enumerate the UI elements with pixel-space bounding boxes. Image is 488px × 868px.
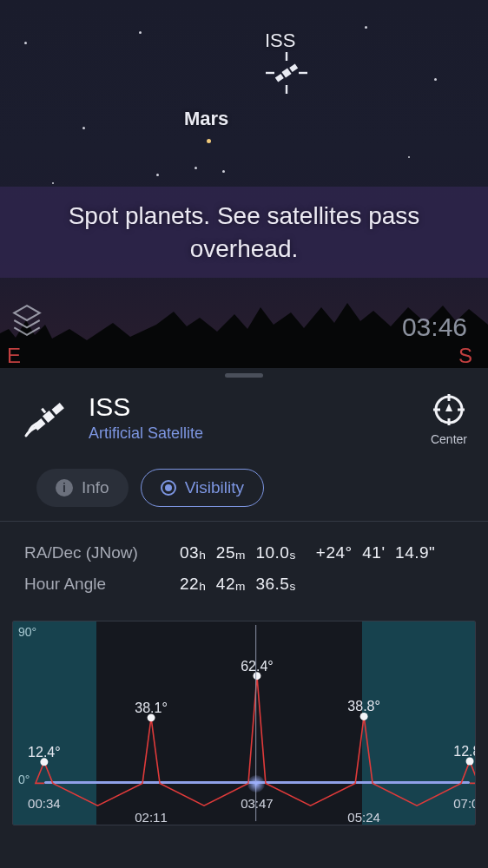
chart-xtick: 03:47: [241, 796, 274, 811]
chart-svg: [13, 621, 475, 825]
chart-peak-label: 38.1°: [135, 700, 168, 716]
sheet-drag-handle[interactable]: [225, 373, 263, 378]
ra-dec-value: 03h 25m 10.0s +24° 41' 14.9": [180, 537, 435, 569]
compass-east: E: [7, 344, 21, 368]
star: [82, 127, 85, 129]
info-icon: i: [56, 479, 73, 496]
star: [365, 26, 367, 29]
star: [52, 182, 54, 184]
divider: [0, 521, 488, 522]
chart-xtick: 05:24: [347, 810, 380, 825]
coordinates-block: RA/Dec (JNow) 03h 25m 10.0s +24° 41' 14.…: [0, 537, 488, 600]
tab-visibility[interactable]: Visibility: [141, 469, 264, 507]
svg-marker-17: [445, 404, 452, 411]
sheet-header: ISS Artificial Satellite Center: [0, 368, 488, 457]
tab-info[interactable]: i Info: [36, 469, 129, 507]
svg-rect-10: [52, 403, 64, 415]
sky-clock[interactable]: 03:46: [402, 312, 467, 342]
star: [156, 174, 159, 176]
center-button-label: Center: [431, 432, 467, 446]
iss-reticle-icon[interactable]: [266, 52, 307, 94]
star: [222, 170, 225, 173]
svg-rect-11: [41, 408, 46, 414]
ra-dec-label: RA/Dec (JNow): [24, 537, 159, 569]
chart-peak-label: 62.4°: [241, 659, 274, 674]
sky-view[interactable]: ISS Mars Spot planets. See satellites pa…: [0, 0, 488, 368]
tab-visibility-label: Visibility: [185, 478, 244, 497]
chart-xtick: 02:11: [135, 810, 168, 825]
hour-angle-label: Hour Angle: [24, 569, 159, 600]
object-name: ISS: [89, 392, 415, 421]
crosshair-icon: [432, 392, 466, 427]
target-icon: [161, 480, 176, 496]
svg-rect-4: [281, 68, 291, 77]
detail-tabs: i Info Visibility: [0, 457, 488, 521]
sky-object-label-iss: ISS: [265, 30, 295, 52]
star: [195, 167, 197, 169]
chart-xtick: 07:00: [453, 796, 476, 811]
hour-angle-value: 22h 42m 36.5s: [180, 569, 296, 600]
star: [408, 156, 410, 158]
object-detail-sheet[interactable]: ISS Artificial Satellite Center i Info V…: [0, 368, 488, 868]
center-button[interactable]: Center: [431, 392, 467, 446]
mars-dot: [207, 139, 211, 143]
layers-icon[interactable]: [9, 302, 45, 339]
promo-banner: Spot planets. See satellites pass overhe…: [0, 187, 488, 278]
chart-peak-label: 12.4°: [28, 745, 61, 760]
satellite-icon: [24, 392, 73, 441]
chart-xtick: 00:34: [28, 796, 61, 811]
tab-info-label: Info: [82, 478, 109, 497]
chart-peak-label: 38.8°: [347, 699, 380, 714]
chart-peak-label: 12.8°: [453, 744, 476, 760]
promo-banner-text: Spot planets. See satellites pass overhe…: [26, 200, 462, 266]
star: [434, 78, 437, 81]
object-type: Artificial Satellite: [89, 424, 415, 443]
compass-south: S: [458, 344, 472, 368]
star: [139, 31, 142, 34]
sky-object-label-mars: Mars: [184, 108, 228, 130]
svg-rect-5: [275, 74, 284, 82]
svg-rect-6: [289, 64, 298, 73]
chart-now-marker[interactable]: [247, 775, 265, 792]
svg-marker-7: [14, 306, 39, 320]
star: [24, 42, 27, 44]
visibility-chart[interactable]: 90° 0° 12.4°38.1°62.4°38.8°12.8°00:3402:…: [12, 621, 476, 825]
